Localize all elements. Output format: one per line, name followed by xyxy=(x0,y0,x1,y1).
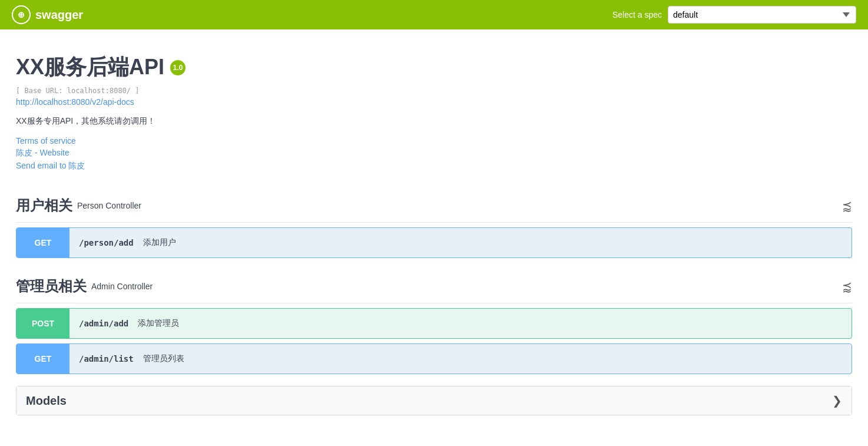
api-description: XX服务专用API，其他系统请勿调用！ xyxy=(16,116,852,127)
controller-chevron-person: ⪷ xyxy=(842,199,852,213)
models-section: Models ❯ xyxy=(16,386,852,415)
controller-header-admin[interactable]: 管理员相关Admin Controller⪷ xyxy=(16,270,852,303)
controller-chevron-admin: ⪷ xyxy=(842,279,852,293)
swagger-icon: ⊕ xyxy=(12,5,31,24)
controller-header-person[interactable]: 用户相关Person Controller⪷ xyxy=(16,189,852,223)
spec-select[interactable]: default xyxy=(668,6,856,24)
controller-section-person: 用户相关Person Controller⪷GET/person/add添加用户 xyxy=(16,189,852,258)
controller-main-title-person: 用户相关 xyxy=(16,196,72,215)
base-url: [ Base URL: localhost:8080/ ] xyxy=(16,87,852,95)
endpoint-path-admin-0: /admin/add xyxy=(69,319,138,328)
spec-selector-area: Select a spec default xyxy=(612,6,856,24)
endpoint-summary-person-0: 添加用户 xyxy=(143,237,176,248)
method-badge-admin-1: GET xyxy=(16,344,69,374)
endpoints-person: GET/person/add添加用户 xyxy=(16,227,852,258)
website-link[interactable]: 陈皮 - Website xyxy=(16,148,852,158)
endpoint-row-person-0[interactable]: GET/person/add添加用户 xyxy=(16,227,852,258)
endpoint-path-admin-1: /admin/list xyxy=(69,354,143,364)
endpoint-path-person-0: /person/add xyxy=(69,238,143,247)
api-title: XX服务后端API xyxy=(16,53,164,82)
models-header[interactable]: Models ❯ xyxy=(16,386,852,415)
controller-sub-title-person: Person Controller xyxy=(77,201,141,210)
main-content: XX服务后端API 1.0 [ Base URL: localhost:8080… xyxy=(4,29,864,427)
models-expand-icon: ❯ xyxy=(832,394,842,408)
email-link[interactable]: Send email to 陈皮 xyxy=(16,161,852,171)
logo: ⊕ swagger xyxy=(12,5,83,24)
endpoint-summary-admin-0: 添加管理员 xyxy=(138,318,179,329)
endpoint-row-admin-0[interactable]: POST/admin/add添加管理员 xyxy=(16,308,852,339)
controller-sub-title-admin: Admin Controller xyxy=(91,282,153,291)
api-docs-link[interactable]: http://localhost:8080/v2/api-docs xyxy=(16,97,852,107)
controller-section-admin: 管理员相关Admin Controller⪷POST/admin/add添加管理… xyxy=(16,270,852,374)
endpoint-row-admin-1[interactable]: GET/admin/list管理员列表 xyxy=(16,343,852,374)
api-links: Terms of service 陈皮 - Website Send email… xyxy=(16,136,852,171)
models-title: Models xyxy=(26,394,67,408)
api-info-section: XX服务后端API 1.0 [ Base URL: localhost:8080… xyxy=(16,41,852,189)
controller-title-person: 用户相关Person Controller xyxy=(16,196,141,215)
spec-label: Select a spec xyxy=(612,10,662,19)
endpoints-admin: POST/admin/add添加管理员GET/admin/list管理员列表 xyxy=(16,308,852,374)
terms-of-service-link[interactable]: Terms of service xyxy=(16,136,852,146)
version-badge: 1.0 xyxy=(170,60,185,75)
app-header: ⊕ swagger Select a spec default xyxy=(0,0,868,29)
method-badge-admin-0: POST xyxy=(16,309,69,338)
endpoint-summary-admin-1: 管理员列表 xyxy=(143,354,184,364)
method-badge-person-0: GET xyxy=(16,228,69,257)
logo-text: swagger xyxy=(35,8,83,22)
controller-title-admin: 管理员相关Admin Controller xyxy=(16,277,153,296)
controller-main-title-admin: 管理员相关 xyxy=(16,277,87,296)
api-title-row: XX服务后端API 1.0 xyxy=(16,53,852,82)
controllers-container: 用户相关Person Controller⪷GET/person/add添加用户… xyxy=(16,189,852,374)
